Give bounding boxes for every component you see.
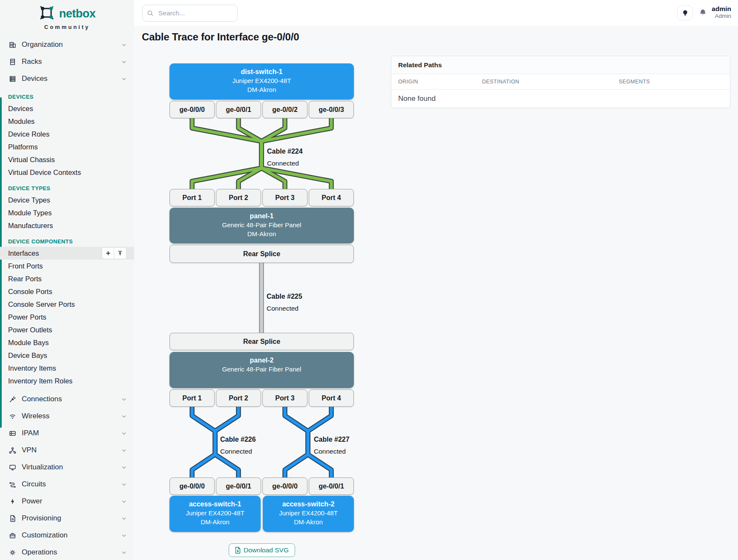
network-nodes-icon bbox=[9, 447, 16, 454]
device-model: Juniper EX4200-48T bbox=[186, 509, 244, 517]
sidebar-item-vpn[interactable]: VPN bbox=[0, 442, 134, 459]
brand-name: netbox bbox=[59, 7, 96, 20]
sidebar-subitem[interactable]: Device Roles bbox=[0, 128, 134, 140]
interface-box[interactable]: ge-0/0/1 bbox=[216, 477, 261, 495]
device-name: access-switch-1 bbox=[189, 500, 241, 508]
sidebar-item-ipam[interactable]: IPAM bbox=[0, 425, 134, 442]
sidebar-subitem[interactable]: Virtual Chassis bbox=[0, 153, 134, 166]
sidebar-item-connections[interactable]: Connections bbox=[0, 391, 134, 408]
device-node-dist-switch-1[interactable]: dist-switch-1 Juniper EX4200-48T DM-Akro… bbox=[169, 63, 354, 100]
sidebar-item-organization[interactable]: Organization bbox=[0, 36, 134, 53]
device-site: DM-Akron bbox=[247, 230, 276, 237]
sidebar-subitem[interactable]: Power Ports bbox=[0, 311, 134, 323]
interface-box[interactable]: ge-0/0/2 bbox=[262, 101, 307, 118]
chevron-down-icon bbox=[121, 397, 126, 402]
sidebar-subitem[interactable]: Inventory Items bbox=[0, 362, 134, 374]
interface-box[interactable]: ge-0/0/0 bbox=[169, 101, 215, 118]
front-port-box[interactable]: Port 2 bbox=[216, 189, 261, 206]
sidebar-item-wireless[interactable]: Wireless bbox=[0, 408, 134, 425]
server-stack-icon bbox=[9, 75, 16, 83]
device-node-panel-1[interactable]: panel-1 Generic 48-Pair Fiber Panel DM-A… bbox=[169, 208, 354, 243]
download-svg-button[interactable]: Download SVG bbox=[229, 543, 295, 557]
device-model: Generic 48-Pair Fiber Panel bbox=[222, 221, 302, 229]
cable-227-label[interactable]: Cable #227 Connected bbox=[314, 435, 350, 456]
sidebar-subitem[interactable]: Virtual Device Contexts bbox=[0, 166, 134, 179]
sidebar-subitem[interactable]: Devices bbox=[0, 102, 134, 115]
cable-224-label[interactable]: Cable #224 Connected bbox=[267, 147, 303, 168]
sidebar-item-virtualization[interactable]: Virtualization bbox=[0, 459, 134, 476]
related-paths-empty: None found bbox=[391, 90, 730, 108]
sidebar-subitem[interactable]: Platforms bbox=[0, 140, 134, 153]
sidebar-item-label: Virtualization bbox=[22, 463, 121, 471]
interface-box[interactable]: ge-0/0/1 bbox=[216, 101, 261, 118]
sidebar-subitem[interactable]: Rear Ports bbox=[0, 272, 134, 285]
import-interfaces-button[interactable] bbox=[114, 247, 126, 259]
interface-box[interactable]: ge-0/0/1 bbox=[309, 477, 354, 495]
cable-226-label[interactable]: Cable #226 Connected bbox=[220, 435, 256, 456]
theme-toggle-button[interactable] bbox=[677, 6, 693, 20]
sidebar-subitem[interactable]: Inventory Item Roles bbox=[0, 374, 134, 387]
add-interface-button[interactable] bbox=[102, 247, 114, 259]
bell-icon bbox=[699, 9, 706, 17]
cable-id: Cable #224 bbox=[267, 147, 303, 156]
main-content: Cable Trace for Interface ge-0/0/0 Relat… bbox=[134, 26, 738, 560]
front-port-box[interactable]: Port 4 bbox=[309, 189, 354, 206]
front-port-box[interactable]: Port 4 bbox=[309, 389, 354, 407]
user-menu[interactable]: admin Admin bbox=[712, 5, 731, 20]
sidebar-item-label: VPN bbox=[22, 446, 121, 454]
ip-table-icon bbox=[9, 430, 16, 437]
chevron-down-icon bbox=[121, 533, 126, 538]
device-node-access-switch-2[interactable]: access-switch-2 Juniper EX4200-48T DM-Ak… bbox=[263, 496, 354, 532]
interface-box[interactable]: ge-0/0/0 bbox=[169, 477, 215, 495]
sidebar-subitem[interactable]: Console Ports bbox=[0, 285, 134, 298]
sidebar-item-label: Connections bbox=[22, 395, 121, 403]
search-input[interactable] bbox=[158, 9, 227, 17]
building-icon bbox=[9, 41, 16, 49]
sidebar-item-provisioning[interactable]: Provisioning bbox=[0, 510, 134, 527]
sidebar-item-label: Power bbox=[22, 497, 121, 506]
sidebar-subitem[interactable]: Modules bbox=[0, 115, 134, 128]
device-name: dist-switch-1 bbox=[241, 68, 283, 75]
device-components-subnav: Front PortsRear PortsConsole PortsConsol… bbox=[0, 260, 134, 387]
front-port-box[interactable]: Port 3 bbox=[262, 389, 307, 407]
section-title-device-components: DEVICE COMPONENTS bbox=[8, 238, 134, 245]
sidebar-item-operations[interactable]: Operations bbox=[0, 544, 134, 560]
devices-subnav: DevicesModulesDevice RolesPlatformsVirtu… bbox=[0, 102, 134, 179]
interface-box[interactable]: ge-0/0/0 bbox=[262, 477, 307, 495]
brand-tagline: Community bbox=[0, 24, 134, 30]
rear-port-box-panel-2[interactable]: Rear Splice bbox=[169, 333, 354, 350]
sidebar-item-circuits[interactable]: Circuits bbox=[0, 476, 134, 493]
sidebar-item-racks[interactable]: Racks bbox=[0, 53, 134, 70]
sidebar-item-label: Organization bbox=[22, 40, 121, 49]
device-node-panel-2[interactable]: panel-2 Generic 48-Pair Fiber Panel bbox=[169, 352, 354, 388]
interface-box[interactable]: ge-0/0/3 bbox=[309, 101, 354, 118]
sidebar-subitem[interactable]: Power Outlets bbox=[0, 323, 134, 336]
sidebar-subitem[interactable]: Device Types bbox=[0, 194, 134, 206]
file-download-icon bbox=[235, 547, 241, 554]
sidebar-item-label: IPAM bbox=[22, 429, 121, 437]
front-port-box[interactable]: Port 1 bbox=[169, 389, 215, 407]
notifications-button[interactable] bbox=[699, 9, 706, 18]
sidebar-subitem[interactable]: Front Ports bbox=[0, 260, 134, 272]
sidebar-subitem[interactable]: Device Bays bbox=[0, 349, 134, 362]
sidebar-subitem[interactable]: Module Bays bbox=[0, 336, 134, 349]
netbox-logo[interactable]: netbox Community bbox=[0, 0, 134, 30]
front-port-box[interactable]: Port 1 bbox=[169, 189, 215, 206]
sidebar-subitem-interfaces-active[interactable]: Interfaces bbox=[0, 247, 134, 260]
sidebar-item-power[interactable]: Power bbox=[0, 493, 134, 510]
sidebar-item-devices[interactable]: Devices bbox=[0, 70, 134, 87]
sidebar-subitem[interactable]: Console Server Ports bbox=[0, 298, 134, 311]
front-port-box[interactable]: Port 3 bbox=[262, 189, 307, 206]
rear-port-box-panel-1[interactable]: Rear Splice bbox=[169, 245, 354, 263]
device-node-access-switch-1[interactable]: access-switch-1 Juniper EX4200-48T DM-Ak… bbox=[169, 496, 261, 532]
page: { "brand": {"name": "netbox", "tagline":… bbox=[0, 0, 738, 560]
section-title-devices: DEVICES bbox=[8, 94, 134, 100]
sidebar-subitem[interactable]: Manufacturers bbox=[0, 219, 134, 232]
plug-icon bbox=[9, 396, 16, 403]
monitor-icon bbox=[9, 464, 16, 471]
sidebar-subitem[interactable]: Module Types bbox=[0, 206, 134, 219]
sidebar-item-label: Circuits bbox=[22, 480, 121, 489]
sidebar-item-customization[interactable]: Customization bbox=[0, 527, 134, 544]
cable-225-label[interactable]: Cable #225 Connected bbox=[267, 292, 302, 313]
front-port-box[interactable]: Port 2 bbox=[216, 389, 261, 407]
